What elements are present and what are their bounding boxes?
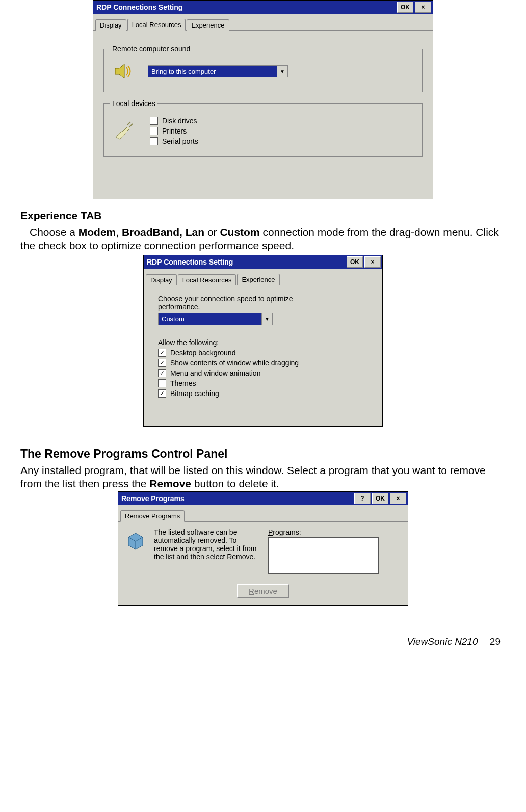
bitmap-caching-label: Bitmap caching — [170, 389, 219, 398]
titlebar: RDP Connections Setting OK × — [144, 255, 382, 269]
close-button[interactable]: × — [390, 493, 406, 504]
remove-programs-paragraph: Any installed program, that will be list… — [20, 464, 506, 491]
tab-display[interactable]: Display — [146, 274, 177, 285]
svg-marker-0 — [115, 64, 124, 78]
remove-programs-dialog: Remove Programs ? OK × Remove Programs T… — [118, 491, 408, 606]
rdp-settings-dialog-local: RDP Connections Setting OK × Display Loc… — [93, 0, 433, 199]
ok-button[interactable]: OK — [372, 493, 388, 504]
checkbox-icon — [158, 369, 166, 377]
connection-speed-combo[interactable]: Custom ▼ — [158, 313, 273, 325]
close-button[interactable]: × — [415, 2, 431, 13]
checkbox-icon — [158, 349, 166, 357]
experience-instruction: Choose your connection speed to optimize… — [158, 295, 316, 311]
show-contents-checkbox-row[interactable]: Show contents of window while dragging — [158, 359, 368, 367]
checkbox-icon — [158, 359, 166, 367]
printers-checkbox-row[interactable]: Printers — [150, 127, 198, 135]
ok-button[interactable]: OK — [347, 256, 363, 268]
show-contents-label: Show contents of window while dragging — [170, 359, 299, 367]
checkbox-icon — [150, 137, 158, 145]
tabstrip: Display Local Resources Experience — [93, 14, 433, 31]
desktop-background-checkbox-row[interactable]: Desktop background — [158, 349, 368, 357]
group-local-devices-label: Local devices — [110, 99, 157, 108]
allow-following-label: Allow the following: — [158, 338, 368, 347]
serial-ports-checkbox-row[interactable]: Serial ports — [150, 137, 198, 145]
group-local-devices: Local devices Disk drives — [103, 99, 423, 157]
serial-ports-label: Serial ports — [162, 137, 198, 145]
window-title: Remove Programs — [121, 494, 185, 503]
help-button[interactable]: ? — [354, 493, 371, 504]
menu-animation-checkbox-row[interactable]: Menu and window animation — [158, 369, 368, 377]
tab-experience[interactable]: Experience — [237, 274, 279, 285]
printers-label: Printers — [162, 127, 187, 135]
tab-display[interactable]: Display — [95, 19, 126, 31]
experience-tab-heading: Experience TAB — [20, 209, 506, 222]
remove-programs-heading: The Remove Programs Control Panel — [20, 447, 506, 461]
package-icon — [124, 528, 147, 551]
window-title: RDP Connections Setting — [96, 3, 182, 11]
close-button[interactable]: × — [364, 256, 381, 268]
tabstrip: Display Local Resources Experience — [144, 269, 382, 285]
speaker-icon — [112, 61, 133, 82]
themes-checkbox-row[interactable]: Themes — [158, 379, 368, 387]
group-remote-sound: Remote computer sound Bring to this comp… — [103, 45, 423, 92]
menu-animation-label: Menu and window animation — [170, 369, 260, 377]
titlebar: RDP Connections Setting OK × — [93, 1, 433, 14]
window-title: RDP Connections Setting — [147, 258, 233, 266]
disk-drives-checkbox-row[interactable]: Disk drives — [150, 117, 198, 125]
experience-tab-paragraph: Choose a Modem, BroadBand, Lan or Custom… — [20, 226, 506, 253]
checkbox-icon — [150, 127, 158, 135]
connection-speed-value: Custom — [159, 313, 261, 325]
chevron-down-icon: ▼ — [261, 313, 272, 325]
tab-local-resources[interactable]: Local Resources — [127, 19, 186, 31]
tab-local-resources[interactable]: Local Resources — [178, 274, 236, 285]
tabstrip: Remove Programs — [118, 505, 408, 522]
sound-combo-value: Bring to this computer — [148, 66, 277, 77]
sound-combo[interactable]: Bring to this computer ▼ — [148, 65, 288, 77]
desktop-background-label: Desktop background — [170, 349, 235, 357]
programs-listbox[interactable] — [268, 537, 379, 574]
bitmap-caching-checkbox-row[interactable]: Bitmap caching — [158, 389, 368, 398]
page-number: 29 — [490, 636, 501, 647]
svg-line-2 — [129, 124, 133, 127]
remove-button[interactable]: Remove — [237, 584, 289, 598]
programs-list-label: Programs: — [268, 528, 402, 536]
chevron-down-icon: ▼ — [277, 66, 287, 77]
svg-line-1 — [127, 122, 130, 125]
rdp-settings-dialog-experience: RDP Connections Setting OK × Display Loc… — [143, 255, 383, 427]
titlebar: Remove Programs ? OK × — [118, 492, 408, 505]
plug-icon — [112, 115, 135, 147]
themes-label: Themes — [170, 379, 196, 387]
checkbox-icon — [150, 117, 158, 125]
checkbox-icon — [158, 379, 166, 387]
disk-drives-label: Disk drives — [162, 117, 197, 125]
group-remote-sound-label: Remote computer sound — [110, 45, 192, 53]
footer-brand: ViewSonic N210 — [407, 636, 478, 647]
remove-programs-description: The listed software can be automatically… — [154, 528, 261, 574]
page-footer: ViewSonic N210 29 — [20, 636, 506, 647]
tab-experience[interactable]: Experience — [187, 19, 229, 31]
ok-button[interactable]: OK — [397, 2, 413, 13]
tab-remove-programs[interactable]: Remove Programs — [120, 510, 185, 522]
checkbox-icon — [158, 389, 166, 398]
